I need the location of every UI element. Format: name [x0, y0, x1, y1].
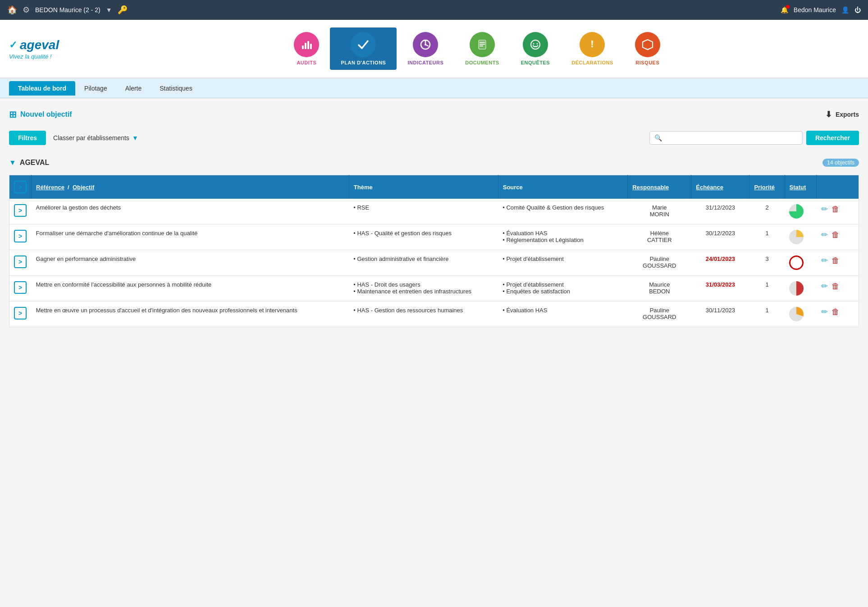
logo-area: ✓ ageval Vivez la qualité !	[9, 38, 59, 60]
edit-button[interactable]: ✏	[821, 230, 828, 240]
th-objectif-link[interactable]: Objectif	[73, 184, 94, 191]
nav-item-documents[interactable]: DOCUMENTS	[454, 27, 510, 70]
theme-item: RSE	[353, 204, 493, 211]
tab-tableau-de-bord[interactable]: Tableau de bord	[9, 81, 75, 96]
row-source-cell: Projet d'établissementEnquêtes de satisf…	[498, 276, 628, 301]
delete-button[interactable]: 🗑	[831, 205, 840, 214]
row-priorite-cell: 2	[749, 199, 785, 224]
nav-item-plan-actions[interactable]: PLAN D'ACTIONS	[330, 27, 397, 70]
rechercher-button[interactable]: Rechercher	[806, 131, 859, 145]
row-actions-cell: ✏ 🗑	[817, 276, 859, 301]
user-profile-icon[interactable]: 👤	[841, 6, 849, 14]
search-icon: 🔍	[654, 134, 662, 141]
sort-arrow-icon[interactable]: ▼	[132, 134, 138, 141]
nav-label-audits: AUDITS	[297, 60, 316, 65]
nav-item-audits[interactable]: AUDITS	[283, 27, 330, 70]
search-input-wrap: 🔍	[649, 131, 803, 145]
app-user-label: BEDON Maurice (2 - 2)	[35, 6, 101, 14]
new-objective-button[interactable]: ⊞ Nouvel objectif	[9, 109, 72, 120]
delete-button[interactable]: 🗑	[831, 307, 840, 317]
edit-button[interactable]: ✏	[821, 256, 828, 265]
notification-icon[interactable]: 🔔	[781, 6, 788, 14]
row-objective-cell: Formaliser une démarche d'amélioration c…	[32, 224, 349, 250]
th-responsable: Responsable	[628, 175, 691, 199]
row-source-cell: Comité Qualité & Gestion des risques	[498, 199, 628, 224]
row-theme-cell: RSE	[349, 199, 498, 224]
group-name-label: AGEVAL	[20, 159, 49, 167]
sort-label-text: Classer par établissements	[53, 134, 129, 141]
risques-icon	[635, 32, 660, 57]
row-theme-cell: HAS - Gestion des ressources humaines	[349, 301, 498, 327]
nav-icons: AUDITS PLAN D'ACTIONS INDICATEURS	[95, 27, 859, 70]
delete-button[interactable]: 🗑	[831, 282, 840, 291]
nav-item-risques[interactable]: RISQUES	[624, 27, 671, 70]
notif-dot	[786, 5, 790, 9]
row-expand-button[interactable]: >	[14, 230, 27, 242]
row-actions-cell: ✏ 🗑	[817, 199, 859, 224]
row-theme-cell: Gestion administrative et financière	[349, 250, 498, 276]
source-item: Projet d'établissement	[503, 256, 623, 262]
group-collapse-arrow[interactable]: ▼	[9, 159, 16, 167]
th-statut-link[interactable]: Statut	[790, 184, 806, 191]
tab-statistiques[interactable]: Statistiques	[151, 81, 201, 96]
priority-value: 2	[765, 204, 768, 211]
row-statut-cell	[785, 301, 816, 327]
normal-date: 31/12/2023	[706, 204, 735, 211]
th-echeance: Échéance	[691, 175, 749, 199]
row-objective-cell: Mettre en conformité l'accessibilité aux…	[32, 276, 349, 301]
row-actions-cell: ✏ 🗑	[817, 224, 859, 250]
row-expand-button[interactable]: >	[14, 307, 27, 319]
row-expand-button[interactable]: >	[14, 204, 27, 217]
exports-button[interactable]: ⬇ Exports	[825, 110, 859, 119]
th-priorite-link[interactable]: Priorité	[754, 184, 775, 191]
nav-item-indicateurs[interactable]: INDICATEURS	[397, 27, 454, 70]
key-icon[interactable]: 🔑	[118, 5, 128, 15]
delete-button[interactable]: 🗑	[831, 230, 840, 240]
nav-item-declarations[interactable]: ! DÉCLARATIONS	[561, 27, 624, 70]
svg-marker-12	[643, 40, 653, 50]
filtres-button[interactable]: Filtres	[9, 131, 46, 145]
edit-button[interactable]: ✏	[821, 204, 828, 214]
row-expand-button[interactable]: >	[14, 281, 27, 294]
tab-pilotage[interactable]: Pilotage	[75, 81, 116, 96]
expand-all-button[interactable]: >	[14, 181, 27, 193]
row-expand-button[interactable]: >	[14, 256, 27, 268]
edit-button[interactable]: ✏	[821, 281, 828, 291]
edit-button[interactable]: ✏	[821, 307, 828, 317]
priority-value: 1	[765, 281, 768, 288]
home-icon[interactable]: 🏠	[7, 5, 17, 15]
svg-point-8	[531, 40, 540, 49]
theme-item: Maintenance et entretien des infrastruct…	[353, 288, 493, 295]
delete-button[interactable]: 🗑	[831, 256, 840, 265]
gear-icon[interactable]: ⚙	[23, 5, 30, 15]
overdue-date: 31/03/2023	[706, 281, 735, 288]
source-item: Réglementation et Législation	[503, 237, 623, 243]
table-row: >Mettre en conformité l'accessibilité au…	[9, 276, 859, 301]
th-statut: Statut	[785, 175, 816, 199]
logout-icon[interactable]: ⏻	[854, 6, 861, 14]
th-reference-link[interactable]: Référence	[36, 184, 64, 191]
tab-alerte[interactable]: Alerte	[116, 81, 151, 96]
row-echeance-cell: 30/12/2023	[691, 224, 749, 250]
app-dropdown-arrow[interactable]: ▼	[106, 6, 112, 14]
user-name-label: Bedon Maurice	[794, 6, 836, 14]
logo-tagline: Vivez la qualité !	[9, 53, 51, 60]
theme-item: HAS - Droit des usagers	[353, 281, 493, 288]
declarations-icon: !	[580, 32, 605, 57]
status-circle	[789, 281, 804, 296]
th-echeance-link[interactable]: Échéance	[696, 184, 723, 191]
th-responsable-link[interactable]: Responsable	[632, 184, 669, 191]
source-item: Projet d'établissement	[503, 281, 623, 288]
search-input[interactable]	[665, 134, 798, 141]
enquetes-icon	[523, 32, 548, 57]
row-source-cell: Projet d'établissement	[498, 250, 628, 276]
source-item: Enquêtes de satisfaction	[503, 288, 623, 295]
nav-label-risques: RISQUES	[635, 60, 659, 65]
nav-item-enquetes[interactable]: ENQUÊTES	[510, 27, 561, 70]
row-priorite-cell: 3	[749, 250, 785, 276]
nav-label-declarations: DÉCLARATIONS	[571, 60, 613, 65]
row-objective-cell: Améliorer la gestion des déchets	[32, 199, 349, 224]
filters-row: Filtres Classer par établissements ▼ 🔍 R…	[9, 131, 859, 145]
th-theme: Thème	[349, 175, 498, 199]
status-circle	[789, 204, 804, 219]
